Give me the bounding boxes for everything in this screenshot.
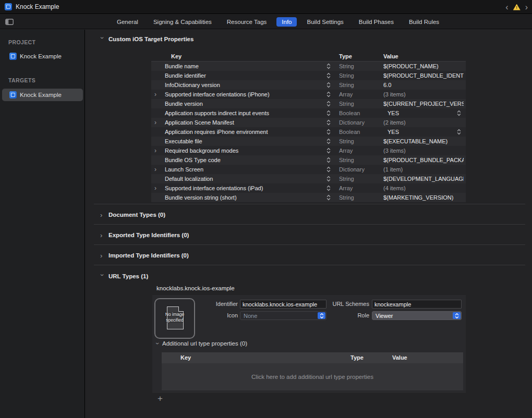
- url-schemes-input[interactable]: [372, 300, 462, 309]
- window-title: Knock Example: [16, 0, 59, 14]
- tab-resource-tags[interactable]: Resource Tags: [222, 17, 272, 27]
- property-row[interactable]: › Bundle name String $(PRODUCT_NAME): [151, 62, 466, 71]
- property-value[interactable]: $(MARKETING_VERSION): [383, 193, 464, 202]
- key-stepper-icon[interactable]: [327, 91, 331, 98]
- key-stepper-icon[interactable]: [327, 138, 331, 145]
- property-value[interactable]: (2 items): [383, 118, 464, 127]
- tab-info[interactable]: Info: [276, 17, 297, 27]
- sidebar-item-project[interactable]: Knock Example: [2, 50, 83, 63]
- section-custom-ios-target-properties[interactable]: › Custom iOS Target Properties: [100, 35, 194, 43]
- tab-build-settings[interactable]: Build Settings: [301, 17, 348, 27]
- property-value[interactable]: YES: [388, 127, 453, 137]
- chevron-down-icon[interactable]: ›: [99, 36, 106, 41]
- section-title: Document Types (0): [108, 212, 165, 218]
- property-row[interactable]: › Supported interface orientations (iPho…: [151, 90, 466, 99]
- property-type-label: Dictionary: [339, 165, 381, 174]
- key-stepper-icon[interactable]: [327, 175, 331, 182]
- key-stepper-icon[interactable]: [327, 185, 331, 192]
- property-type-label: String: [339, 80, 381, 90]
- additional-properties-empty-area[interactable]: Click here to add additional url type pr…: [162, 363, 463, 390]
- chevron-right-icon[interactable]: ›: [100, 252, 104, 259]
- disclosure-chevron-icon[interactable]: ›: [154, 146, 156, 155]
- property-row[interactable]: › Application requires iPhone environmen…: [151, 127, 466, 137]
- tab-build-phases[interactable]: Build Phases: [354, 17, 399, 27]
- key-stepper-icon[interactable]: [327, 63, 331, 70]
- property-type-label: Boolean: [339, 108, 381, 118]
- property-row[interactable]: › Bundle version String $(CURRENT_PROJEC…: [151, 99, 466, 108]
- property-value[interactable]: (1 item): [383, 165, 464, 174]
- property-key-label: Bundle name: [165, 62, 322, 71]
- property-value[interactable]: $(PRODUCT_NAME): [383, 62, 464, 71]
- key-stepper-icon[interactable]: [327, 100, 331, 107]
- empty-state-text: Click here to add additional url type pr…: [251, 374, 373, 380]
- value-stepper-icon[interactable]: [457, 109, 461, 117]
- project-icon: [9, 53, 17, 60]
- section-divider: [94, 244, 525, 245]
- back-chevron-icon[interactable]: ‹: [505, 3, 508, 11]
- property-value[interactable]: $(EXECUTABLE_NAME): [383, 137, 464, 146]
- property-table-body: › Bundle name String $(PRODUCT_NAME) › B…: [151, 62, 466, 202]
- additional-properties-header[interactable]: › Additional url type properties (0): [156, 340, 247, 347]
- role-dropdown-value: Viewer: [376, 312, 451, 320]
- tab-general[interactable]: General: [112, 17, 143, 27]
- section-document-types[interactable]: › Document Types (0): [100, 211, 165, 219]
- property-row[interactable]: › Bundle version string (short) String $…: [151, 193, 466, 202]
- key-stepper-icon[interactable]: [327, 194, 331, 201]
- key-stepper-icon[interactable]: [327, 109, 331, 117]
- property-row[interactable]: › Default localization String $(DEVELOPM…: [151, 174, 466, 183]
- key-stepper-icon[interactable]: [327, 147, 331, 154]
- disclosure-chevron-icon[interactable]: ›: [154, 165, 156, 174]
- property-type-label: Boolean: [339, 127, 381, 137]
- key-stepper-icon[interactable]: [327, 166, 331, 173]
- property-value[interactable]: (3 items): [383, 90, 464, 99]
- key-stepper-icon[interactable]: [327, 81, 331, 89]
- disclosure-chevron-icon[interactable]: ›: [154, 183, 156, 193]
- editor-toolbar: GeneralSigning & CapabilitiesResource Ta…: [0, 15, 532, 29]
- chevron-right-icon[interactable]: ›: [100, 212, 104, 218]
- additional-properties-table: Key Type Value Click here to add additio…: [162, 352, 463, 390]
- key-stepper-icon[interactable]: [327, 128, 331, 136]
- section-url-types[interactable]: › URL Types (1): [100, 272, 148, 280]
- disclosure-chevron-icon[interactable]: ›: [154, 118, 156, 127]
- section-imported-type-identifiers[interactable]: › Imported Type Identifiers (0): [100, 251, 189, 260]
- property-value[interactable]: $(PRODUCT_BUNDLE_IDENTIFIER): [383, 71, 464, 80]
- property-value[interactable]: $(DEVELOPMENT_LANGUAGE): [383, 174, 464, 183]
- section-exported-type-identifiers[interactable]: › Exported Type Identifiers (0): [100, 231, 189, 239]
- property-value[interactable]: (4 items): [383, 183, 464, 193]
- property-row[interactable]: › Executable file String $(EXECUTABLE_NA…: [151, 137, 466, 146]
- property-key-label: Application requires iPhone environment: [165, 127, 322, 137]
- tab-build-rules[interactable]: Build Rules: [404, 17, 444, 27]
- property-value[interactable]: 6.0: [383, 80, 464, 90]
- disclosure-chevron-icon[interactable]: ›: [154, 90, 156, 99]
- property-row[interactable]: › Launch Screen Dictionary (1 item): [151, 165, 466, 174]
- sidebar-toggle-icon[interactable]: [5, 19, 14, 25]
- property-row[interactable]: › Bundle OS Type code String $(PRODUCT_B…: [151, 155, 466, 165]
- chevron-down-icon[interactable]: ›: [99, 274, 106, 278]
- add-url-type-button[interactable]: +: [155, 394, 165, 403]
- sidebar-item-target[interactable]: Knock Example: [2, 89, 83, 101]
- url-type-item-name: knocklabs.knock.ios-example: [156, 285, 235, 291]
- property-row[interactable]: › Application supports indirect input ev…: [151, 108, 466, 118]
- property-value[interactable]: $(CURRENT_PROJECT_VERSION): [383, 99, 464, 108]
- key-stepper-icon[interactable]: [327, 156, 331, 164]
- property-row[interactable]: › Application Scene Manifest Dictionary …: [151, 118, 466, 127]
- property-type-label: String: [339, 137, 381, 146]
- key-stepper-icon[interactable]: [327, 119, 331, 126]
- property-row[interactable]: › Required background modes Array (3 ite…: [151, 146, 466, 155]
- chevron-down-icon[interactable]: ›: [154, 342, 161, 345]
- warning-icon[interactable]: [513, 4, 521, 10]
- tab-signing-capabilities[interactable]: Signing & Capabilities: [148, 17, 217, 27]
- property-value[interactable]: $(PRODUCT_BUNDLE_PACKAGE_TYPE): [383, 155, 464, 165]
- property-row[interactable]: › InfoDictionary version String 6.0: [151, 80, 466, 90]
- property-row[interactable]: › Supported interface orientations (iPad…: [151, 183, 466, 193]
- value-stepper-icon[interactable]: [457, 128, 461, 136]
- property-value[interactable]: (3 items): [383, 146, 464, 155]
- property-value[interactable]: YES: [388, 108, 453, 118]
- property-row[interactable]: › Bundle identifier String $(PRODUCT_BUN…: [151, 71, 466, 80]
- chevron-right-icon[interactable]: ›: [100, 232, 104, 239]
- role-dropdown[interactable]: Viewer: [372, 311, 462, 320]
- forward-chevron-icon[interactable]: ›: [525, 3, 528, 11]
- property-key-label: Bundle version: [165, 99, 322, 108]
- property-key-label: Default localization: [165, 174, 322, 183]
- key-stepper-icon[interactable]: [327, 72, 331, 79]
